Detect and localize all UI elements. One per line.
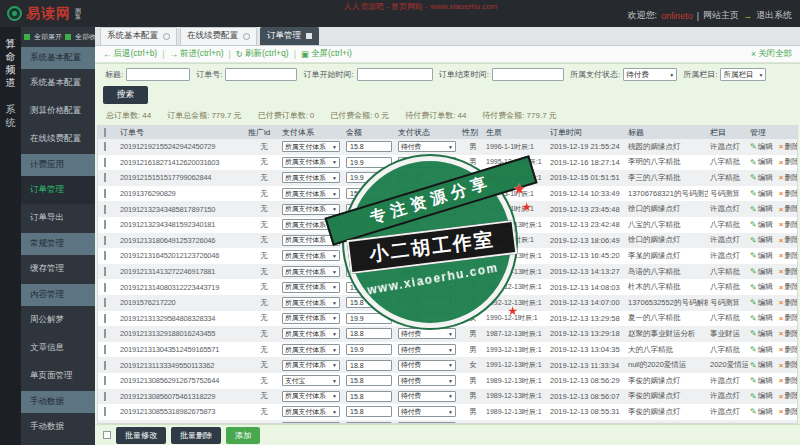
amount-input[interactable]: 19.9 <box>346 344 392 355</box>
delete-button[interactable]: ×删除 <box>779 220 797 230</box>
edit-button[interactable]: ✎编辑 <box>750 360 773 370</box>
row-checkbox[interactable] <box>104 173 106 182</box>
pay-status-select[interactable]: 待付费▼ <box>398 391 456 402</box>
collapse-all-button[interactable]: 全部收起 <box>75 32 95 42</box>
edit-button[interactable]: ✎编辑 <box>750 173 773 183</box>
pay-status-select[interactable]: 待付费▼ <box>398 344 456 355</box>
edit-button[interactable]: ✎编辑 <box>750 345 773 355</box>
edit-button[interactable]: ✎编辑 <box>750 220 773 230</box>
sidebar-item[interactable]: 手动分类 <box>21 441 95 445</box>
pay-system-select[interactable]: 所属支付体系▼ <box>282 422 340 423</box>
pay-status-select[interactable]: 待付费▼ <box>398 157 456 168</box>
delete-button[interactable]: ×删除 <box>779 157 797 167</box>
edit-button[interactable]: ✎编辑 <box>750 157 773 167</box>
sidebar-group-header[interactable]: 常规管理 <box>21 233 95 255</box>
amount-input[interactable]: 15.8 <box>346 250 392 261</box>
bulk-edit-button[interactable]: 批量修改 <box>116 427 166 444</box>
row-checkbox[interactable] <box>104 267 106 276</box>
pay-system-select[interactable]: 所属支付体系▼ <box>282 204 340 215</box>
pay-system-select[interactable]: 所属支付体系▼ <box>282 328 340 339</box>
pay-system-select[interactable]: 所属支付体系▼ <box>282 235 340 246</box>
delete-button[interactable]: ×删除 <box>779 360 797 370</box>
amount-input[interactable]: 18.8 <box>346 360 392 371</box>
pay-system-select[interactable]: 所属支付体系▼ <box>282 406 340 417</box>
pay-status-select[interactable]: 待付费▼ <box>398 266 456 277</box>
pay-system-select[interactable]: 所属支付体系▼ <box>282 360 340 371</box>
row-checkbox[interactable] <box>104 251 106 260</box>
filter-input[interactable] <box>126 68 190 81</box>
pay-status-select[interactable]: 待付费▼ <box>398 406 456 417</box>
select-all-checkbox[interactable] <box>103 431 111 439</box>
amount-input[interactable]: 19.9 <box>346 157 392 168</box>
sidebar-item[interactable]: 文章信息 <box>21 334 95 362</box>
filter-input[interactable] <box>357 68 433 81</box>
select-all-checkbox[interactable] <box>104 128 106 137</box>
add-button[interactable]: 添加 <box>226 427 260 444</box>
pay-status-select[interactable]: 待付费▼ <box>398 204 456 215</box>
sidebar-item[interactable]: 缓存管理 <box>21 255 95 283</box>
tab[interactable]: 系统基本配置 <box>100 27 177 45</box>
edit-button[interactable]: ✎编辑 <box>750 142 773 152</box>
pay-system-select[interactable]: 所属支付体系▼ <box>282 344 340 355</box>
amount-input[interactable]: 15.8 <box>346 375 392 386</box>
bulk-delete-button[interactable]: 批量删除 <box>171 427 221 444</box>
sidebar-item[interactable]: 系统基本配置 <box>21 69 95 97</box>
pay-status-select[interactable]: 待付费▼ <box>398 235 456 246</box>
amount-input[interactable]: 19.9 <box>346 219 392 230</box>
search-button[interactable]: 搜索 <box>103 86 148 104</box>
sidebar-item[interactable]: 订单管理 <box>21 176 95 204</box>
pay-system-select[interactable]: 所属支付体系▼ <box>282 157 340 168</box>
pay-status-select[interactable]: 待付费▼ <box>398 360 456 371</box>
pay-system-select[interactable]: 所属支付体系▼ <box>282 141 340 152</box>
pay-system-select[interactable]: 支付宝▼ <box>282 375 340 386</box>
amount-input[interactable]: 15.8 <box>346 204 392 215</box>
sidebar-group-header[interactable]: 计费应用 <box>21 154 95 176</box>
pay-status-select[interactable]: 待付费▼ <box>398 188 456 199</box>
tab-close-icon[interactable] <box>243 33 250 40</box>
edit-button[interactable]: ✎编辑 <box>750 267 773 277</box>
amount-input[interactable]: 15.8 <box>346 406 392 417</box>
rail-channel[interactable]: 算 命 频 道 <box>6 37 16 89</box>
pay-system-select[interactable]: 所属支付体系▼ <box>282 313 340 324</box>
delete-button[interactable]: ×删除 <box>779 173 797 183</box>
pay-status-select[interactable]: 待付费▼ <box>398 375 456 386</box>
sidebar-group-header[interactable]: 手动数据 <box>21 391 95 413</box>
row-checkbox[interactable] <box>104 236 106 245</box>
amount-input[interactable]: 15.8 <box>346 235 392 246</box>
amount-input[interactable]: 15.8 <box>346 422 392 423</box>
tab-close-icon[interactable] <box>306 33 312 39</box>
amount-input[interactable]: 15.8 <box>346 297 392 308</box>
row-checkbox[interactable] <box>104 298 106 307</box>
delete-button[interactable]: ×删除 <box>779 251 797 261</box>
forward-button[interactable]: →前进(ctrl+n) <box>169 48 223 60</box>
sidebar-item[interactable]: 周公解梦 <box>21 306 95 334</box>
row-checkbox[interactable] <box>104 392 106 401</box>
pay-system-select[interactable]: 所属支付体系▼ <box>282 297 340 308</box>
edit-button[interactable]: ✎编辑 <box>750 313 773 323</box>
row-checkbox[interactable] <box>104 142 106 151</box>
pay-status-select[interactable]: 待付费▼ <box>398 422 456 423</box>
fullscreen-button[interactable]: ▣全屏(ctrl+i) <box>301 48 352 60</box>
pay-system-select[interactable]: 所属支付体系▼ <box>282 282 340 293</box>
pay-system-select[interactable]: 所属支付体系▼ <box>282 266 340 277</box>
pay-status-select[interactable]: 待付费▼ <box>398 328 456 339</box>
row-checkbox[interactable] <box>104 361 106 370</box>
filter-input[interactable] <box>492 68 564 81</box>
pay-status-select[interactable]: 待付费▼ <box>398 250 456 261</box>
edit-button[interactable]: ✎编辑 <box>750 298 773 308</box>
sidebar-group-header[interactable]: 系统基本配置 <box>21 47 95 69</box>
amount-input[interactable]: 19.9 <box>346 266 392 277</box>
edit-button[interactable]: ✎编辑 <box>750 376 773 386</box>
pay-system-select[interactable]: 所属支付体系▼ <box>282 219 340 230</box>
amount-input[interactable]: 15.8 <box>346 188 392 199</box>
pay-status-select[interactable]: 待付费▼ <box>398 297 456 308</box>
amount-input[interactable]: 15.8 <box>346 391 392 402</box>
sidebar-item[interactable]: 单页面管理 <box>21 362 95 390</box>
pay-status-select[interactable]: 待付费▼ <box>398 313 456 324</box>
delete-button[interactable]: ×删除 <box>779 422 797 423</box>
row-checkbox[interactable] <box>104 189 106 198</box>
pay-status-select[interactable]: 待付费▼ <box>398 282 456 293</box>
pay-system-select[interactable]: 所属支付体系▼ <box>282 391 340 402</box>
edit-button[interactable]: ✎编辑 <box>750 391 773 401</box>
row-checkbox[interactable] <box>104 283 106 292</box>
